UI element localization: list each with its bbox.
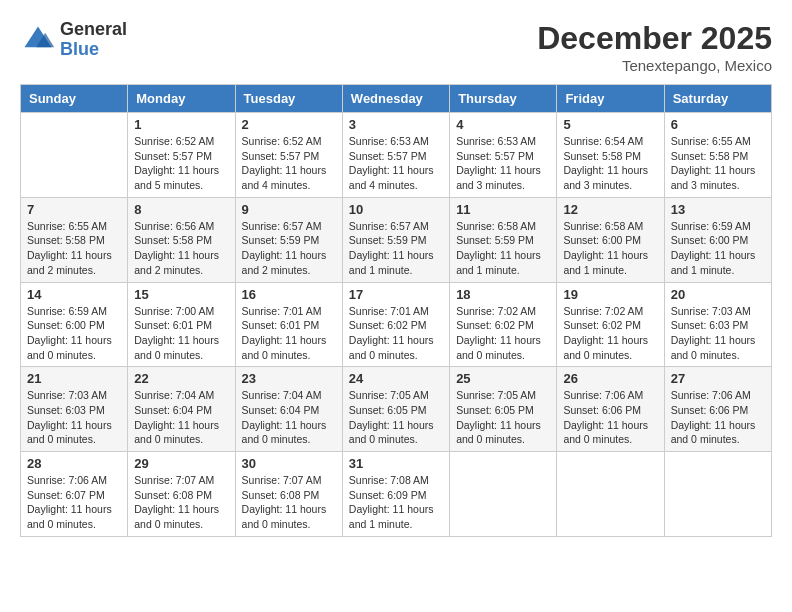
calendar-week-5: 28Sunrise: 7:06 AMSunset: 6:07 PMDayligh…: [21, 452, 772, 537]
calendar-cell: 8Sunrise: 6:56 AMSunset: 5:58 PMDaylight…: [128, 197, 235, 282]
title-block: December 2025 Tenextepango, Mexico: [537, 20, 772, 74]
calendar-cell: 19Sunrise: 7:02 AMSunset: 6:02 PMDayligh…: [557, 282, 664, 367]
day-number: 24: [349, 371, 443, 386]
calendar-cell: 2Sunrise: 6:52 AMSunset: 5:57 PMDaylight…: [235, 113, 342, 198]
calendar-cell: 22Sunrise: 7:04 AMSunset: 6:04 PMDayligh…: [128, 367, 235, 452]
day-number: 15: [134, 287, 228, 302]
calendar-cell: 18Sunrise: 7:02 AMSunset: 6:02 PMDayligh…: [450, 282, 557, 367]
day-number: 9: [242, 202, 336, 217]
calendar-week-1: 1Sunrise: 6:52 AMSunset: 5:57 PMDaylight…: [21, 113, 772, 198]
calendar-header-wednesday: Wednesday: [342, 85, 449, 113]
day-info: Sunrise: 7:05 AMSunset: 6:05 PMDaylight:…: [456, 388, 550, 447]
calendar-header-sunday: Sunday: [21, 85, 128, 113]
calendar-header-saturday: Saturday: [664, 85, 771, 113]
calendar-cell: 30Sunrise: 7:07 AMSunset: 6:08 PMDayligh…: [235, 452, 342, 537]
day-number: 2: [242, 117, 336, 132]
day-info: Sunrise: 7:05 AMSunset: 6:05 PMDaylight:…: [349, 388, 443, 447]
logo-blue: Blue: [60, 40, 127, 60]
day-info: Sunrise: 7:04 AMSunset: 6:04 PMDaylight:…: [134, 388, 228, 447]
day-number: 30: [242, 456, 336, 471]
calendar-cell: 24Sunrise: 7:05 AMSunset: 6:05 PMDayligh…: [342, 367, 449, 452]
day-number: 12: [563, 202, 657, 217]
calendar-cell: 3Sunrise: 6:53 AMSunset: 5:57 PMDaylight…: [342, 113, 449, 198]
day-info: Sunrise: 6:55 AMSunset: 5:58 PMDaylight:…: [27, 219, 121, 278]
calendar-cell: [21, 113, 128, 198]
logo-text: General Blue: [60, 20, 127, 60]
calendar-cell: [664, 452, 771, 537]
day-number: 1: [134, 117, 228, 132]
calendar-cell: 10Sunrise: 6:57 AMSunset: 5:59 PMDayligh…: [342, 197, 449, 282]
day-number: 4: [456, 117, 550, 132]
calendar-week-4: 21Sunrise: 7:03 AMSunset: 6:03 PMDayligh…: [21, 367, 772, 452]
calendar-cell: [450, 452, 557, 537]
day-number: 23: [242, 371, 336, 386]
calendar-cell: 15Sunrise: 7:00 AMSunset: 6:01 PMDayligh…: [128, 282, 235, 367]
day-info: Sunrise: 7:03 AMSunset: 6:03 PMDaylight:…: [671, 304, 765, 363]
day-info: Sunrise: 6:52 AMSunset: 5:57 PMDaylight:…: [242, 134, 336, 193]
day-info: Sunrise: 6:59 AMSunset: 6:00 PMDaylight:…: [27, 304, 121, 363]
day-info: Sunrise: 6:52 AMSunset: 5:57 PMDaylight:…: [134, 134, 228, 193]
day-number: 25: [456, 371, 550, 386]
calendar-cell: 20Sunrise: 7:03 AMSunset: 6:03 PMDayligh…: [664, 282, 771, 367]
calendar-cell: 29Sunrise: 7:07 AMSunset: 6:08 PMDayligh…: [128, 452, 235, 537]
day-info: Sunrise: 7:07 AMSunset: 6:08 PMDaylight:…: [242, 473, 336, 532]
day-number: 10: [349, 202, 443, 217]
day-number: 5: [563, 117, 657, 132]
month-title: December 2025: [537, 20, 772, 57]
day-info: Sunrise: 7:06 AMSunset: 6:06 PMDaylight:…: [671, 388, 765, 447]
day-number: 14: [27, 287, 121, 302]
calendar-header-row: SundayMondayTuesdayWednesdayThursdayFrid…: [21, 85, 772, 113]
day-info: Sunrise: 6:54 AMSunset: 5:58 PMDaylight:…: [563, 134, 657, 193]
day-info: Sunrise: 6:53 AMSunset: 5:57 PMDaylight:…: [456, 134, 550, 193]
calendar-cell: 4Sunrise: 6:53 AMSunset: 5:57 PMDaylight…: [450, 113, 557, 198]
calendar-week-3: 14Sunrise: 6:59 AMSunset: 6:00 PMDayligh…: [21, 282, 772, 367]
day-number: 11: [456, 202, 550, 217]
day-info: Sunrise: 7:06 AMSunset: 6:07 PMDaylight:…: [27, 473, 121, 532]
calendar-header-monday: Monday: [128, 85, 235, 113]
day-number: 17: [349, 287, 443, 302]
day-number: 21: [27, 371, 121, 386]
calendar-cell: 7Sunrise: 6:55 AMSunset: 5:58 PMDaylight…: [21, 197, 128, 282]
calendar-cell: [557, 452, 664, 537]
day-info: Sunrise: 6:58 AMSunset: 6:00 PMDaylight:…: [563, 219, 657, 278]
day-info: Sunrise: 7:08 AMSunset: 6:09 PMDaylight:…: [349, 473, 443, 532]
day-info: Sunrise: 7:04 AMSunset: 6:04 PMDaylight:…: [242, 388, 336, 447]
day-info: Sunrise: 7:01 AMSunset: 6:01 PMDaylight:…: [242, 304, 336, 363]
calendar-cell: 28Sunrise: 7:06 AMSunset: 6:07 PMDayligh…: [21, 452, 128, 537]
calendar-cell: 14Sunrise: 6:59 AMSunset: 6:00 PMDayligh…: [21, 282, 128, 367]
day-info: Sunrise: 6:57 AMSunset: 5:59 PMDaylight:…: [349, 219, 443, 278]
calendar-cell: 21Sunrise: 7:03 AMSunset: 6:03 PMDayligh…: [21, 367, 128, 452]
calendar-cell: 26Sunrise: 7:06 AMSunset: 6:06 PMDayligh…: [557, 367, 664, 452]
calendar-week-2: 7Sunrise: 6:55 AMSunset: 5:58 PMDaylight…: [21, 197, 772, 282]
location: Tenextepango, Mexico: [537, 57, 772, 74]
day-info: Sunrise: 6:57 AMSunset: 5:59 PMDaylight:…: [242, 219, 336, 278]
calendar-cell: 31Sunrise: 7:08 AMSunset: 6:09 PMDayligh…: [342, 452, 449, 537]
day-info: Sunrise: 6:56 AMSunset: 5:58 PMDaylight:…: [134, 219, 228, 278]
day-number: 31: [349, 456, 443, 471]
calendar-cell: 11Sunrise: 6:58 AMSunset: 5:59 PMDayligh…: [450, 197, 557, 282]
day-number: 19: [563, 287, 657, 302]
day-number: 13: [671, 202, 765, 217]
calendar-cell: 25Sunrise: 7:05 AMSunset: 6:05 PMDayligh…: [450, 367, 557, 452]
calendar-cell: 12Sunrise: 6:58 AMSunset: 6:00 PMDayligh…: [557, 197, 664, 282]
calendar-cell: 27Sunrise: 7:06 AMSunset: 6:06 PMDayligh…: [664, 367, 771, 452]
day-info: Sunrise: 6:55 AMSunset: 5:58 PMDaylight:…: [671, 134, 765, 193]
day-number: 26: [563, 371, 657, 386]
calendar-cell: 13Sunrise: 6:59 AMSunset: 6:00 PMDayligh…: [664, 197, 771, 282]
logo-icon: [20, 22, 56, 58]
day-number: 20: [671, 287, 765, 302]
day-info: Sunrise: 7:07 AMSunset: 6:08 PMDaylight:…: [134, 473, 228, 532]
day-info: Sunrise: 7:01 AMSunset: 6:02 PMDaylight:…: [349, 304, 443, 363]
calendar-table: SundayMondayTuesdayWednesdayThursdayFrid…: [20, 84, 772, 537]
day-number: 18: [456, 287, 550, 302]
calendar-cell: 17Sunrise: 7:01 AMSunset: 6:02 PMDayligh…: [342, 282, 449, 367]
day-number: 8: [134, 202, 228, 217]
calendar-header-tuesday: Tuesday: [235, 85, 342, 113]
calendar-cell: 1Sunrise: 6:52 AMSunset: 5:57 PMDaylight…: [128, 113, 235, 198]
calendar-cell: 6Sunrise: 6:55 AMSunset: 5:58 PMDaylight…: [664, 113, 771, 198]
day-info: Sunrise: 7:06 AMSunset: 6:06 PMDaylight:…: [563, 388, 657, 447]
day-number: 3: [349, 117, 443, 132]
day-info: Sunrise: 6:53 AMSunset: 5:57 PMDaylight:…: [349, 134, 443, 193]
day-info: Sunrise: 6:59 AMSunset: 6:00 PMDaylight:…: [671, 219, 765, 278]
day-info: Sunrise: 7:03 AMSunset: 6:03 PMDaylight:…: [27, 388, 121, 447]
